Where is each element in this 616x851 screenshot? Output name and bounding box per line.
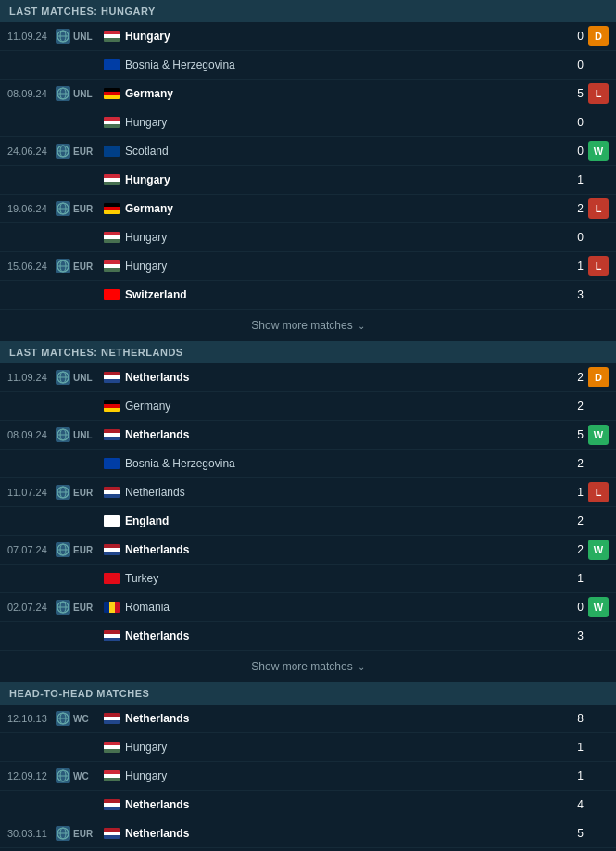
match-competition: EUR <box>56 259 104 273</box>
match-pair: 19.06.24 EUR Germany 2L Hungary 0 <box>0 195 616 252</box>
result-spacer <box>588 823 609 844</box>
team2-score: 4 <box>565 798 584 811</box>
team-flag <box>104 458 120 469</box>
match-date: 12.10.13 <box>7 713 56 724</box>
competition-icon <box>56 144 70 159</box>
result-badge: W <box>588 425 609 445</box>
match-row-team1: 11.09.24 UNL Hungary 0D <box>0 22 616 51</box>
team2-score: 2 <box>565 514 584 527</box>
match-date: 08.09.24 <box>7 88 56 99</box>
team2-name: Hungary <box>125 116 167 129</box>
result-row2-spacer <box>588 112 609 133</box>
match-date: 12.09.12 <box>7 770 56 781</box>
team-flag <box>104 400 120 412</box>
match-row-team2: Bosnia & Herzegovina 0 <box>0 51 616 79</box>
team1-name: Netherlands <box>125 371 189 384</box>
match-date: 11.09.24 <box>7 372 56 383</box>
team-flag <box>104 515 120 527</box>
team1-info: Hungary <box>104 260 565 273</box>
team-flag <box>104 88 120 99</box>
team1-info: Netherlands <box>104 712 565 725</box>
competition-label: EUR <box>73 488 93 498</box>
match-date: 02.07.24 <box>7 602 56 613</box>
team2-score: 0 <box>565 116 584 129</box>
team2-info: Netherlands <box>104 629 565 642</box>
team1-score: 2 <box>565 202 584 215</box>
team-flag <box>104 828 120 839</box>
team2-score: 2 <box>565 400 584 413</box>
result-spacer <box>588 708 609 729</box>
match-date: 19.06.24 <box>7 203 56 214</box>
competition-icon <box>56 542 70 557</box>
team-flag <box>104 146 120 157</box>
team1-score: 0 <box>565 601 584 614</box>
team1-info: Romania <box>104 601 565 614</box>
team2-name: Switzerland <box>125 288 187 301</box>
match-row-team1: 12.10.13 WC Netherlands 8 <box>0 705 616 733</box>
match-row-team2: England 2 <box>0 507 616 535</box>
competition-icon <box>56 29 70 44</box>
section-netherlands: LAST MATCHES: NETHERLANDS11.09.24 UNL Ne… <box>0 341 616 682</box>
show-more-button[interactable]: Show more matches ⌄ <box>0 651 616 682</box>
match-row-team1: 19.06.24 EUR Germany 2L <box>0 195 616 223</box>
team1-info: Germany <box>104 202 565 215</box>
competition-icon <box>56 826 70 841</box>
team-flag <box>104 117 120 128</box>
competition-label: WC <box>73 771 89 781</box>
match-row-team2: Hungary 1 <box>0 166 616 194</box>
competition-icon <box>56 201 70 216</box>
team-flag <box>104 742 120 753</box>
competition-label: EUR <box>73 603 93 613</box>
team2-score: 1 <box>565 741 584 754</box>
team1-name: Hungary <box>125 769 167 782</box>
match-row-team2: Turkey 1 <box>0 565 616 592</box>
show-more-button[interactable]: Show more matches ⌄ <box>0 310 616 341</box>
competition-label: EUR <box>73 261 93 272</box>
team2-score: 2 <box>565 457 584 470</box>
section-header: LAST MATCHES: NETHERLANDS <box>0 341 616 363</box>
result-row2-spacer <box>588 396 609 416</box>
result-row2-spacer <box>588 568 609 589</box>
competition-label: EUR <box>73 545 93 555</box>
match-date: 15.06.24 <box>7 260 56 272</box>
result-row2-spacer <box>588 55 609 75</box>
match-pair: 11.09.24 UNL Netherlands 2D Germany 2 <box>0 363 616 421</box>
result-row2-spacer <box>588 626 609 646</box>
team1-name: Netherlands <box>125 543 189 556</box>
competition-label: UNL <box>73 89 93 99</box>
team1-info: Germany <box>104 87 565 100</box>
team-flag <box>104 544 120 555</box>
team2-info: Hungary <box>104 741 565 754</box>
team-flag <box>104 31 120 42</box>
competition-label: UNL <box>73 373 93 383</box>
match-competition: UNL <box>56 86 104 101</box>
competition-label: UNL <box>73 430 93 440</box>
result-row2-spacer <box>588 285 609 305</box>
team2-info: Germany <box>104 400 565 413</box>
match-row-team2: Netherlands 4 <box>0 791 616 819</box>
match-row-team2: Hungary 1 <box>0 733 616 761</box>
team2-name: Bosnia & Herzegovina <box>125 58 235 71</box>
result-badge: W <box>588 597 609 617</box>
match-date: 07.07.24 <box>7 544 56 555</box>
team1-info: Netherlands <box>104 827 565 840</box>
match-pair: 08.09.24 UNL Netherlands 5W Bosnia & Her… <box>0 421 616 478</box>
team1-name: Netherlands <box>125 827 189 840</box>
team2-info: England <box>104 514 565 527</box>
match-date: 08.09.24 <box>7 429 56 440</box>
team1-score: 0 <box>565 145 584 158</box>
match-date: 11.07.24 <box>7 487 56 498</box>
team-flag <box>104 174 120 185</box>
section-h2h: HEAD-TO-HEAD MATCHES12.10.13 WC Netherla… <box>0 682 616 851</box>
team2-info: Hungary <box>104 116 565 129</box>
competition-icon <box>56 370 70 385</box>
team2-name: Hungary <box>125 741 167 754</box>
team1-name: Hungary <box>125 30 170 43</box>
match-pair: 12.09.12 WC Hungary 1 Netherlands 4 <box>0 762 616 819</box>
match-row-team2: Germany 2 <box>0 392 616 420</box>
team1-info: Netherlands <box>104 486 565 499</box>
match-row-team1: 12.09.12 WC Hungary 1 <box>0 762 616 791</box>
team-flag <box>104 487 120 498</box>
match-row-team2: Hungary 0 <box>0 108 616 136</box>
match-pair: 07.07.24 EUR Netherlands 2W Turkey 1 <box>0 536 616 593</box>
